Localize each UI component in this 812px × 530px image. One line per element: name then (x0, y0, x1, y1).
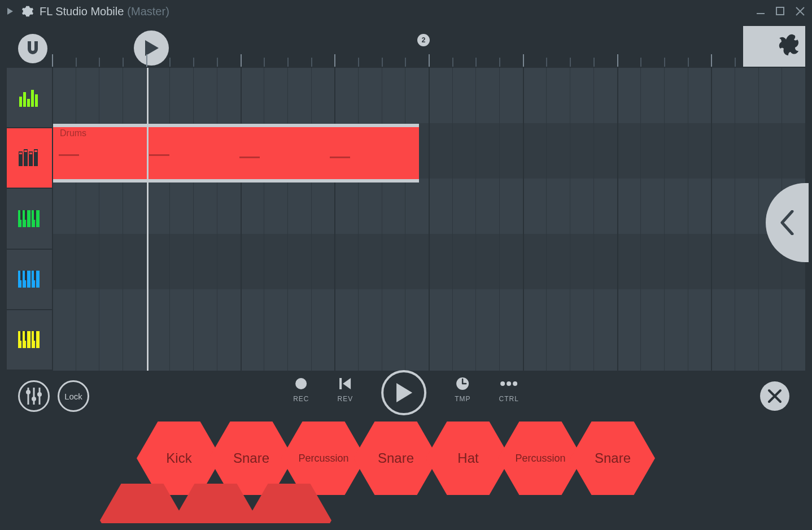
transport-center: REC REV TMP CTRL (293, 377, 519, 415)
track-header-master[interactable] (7, 68, 52, 127)
snap-button[interactable] (18, 34, 47, 63)
svg-rect-5 (23, 92, 26, 107)
svg-rect-4 (19, 97, 22, 107)
maximize-icon[interactable] (776, 7, 785, 16)
drums-clip[interactable]: Drums (53, 124, 419, 183)
keys-icon (18, 271, 41, 288)
settings-gear-icon[interactable] (21, 5, 34, 18)
svg-point-52 (513, 381, 517, 386)
svg-rect-31 (25, 271, 27, 280)
drum-pads: KickSnarePercussionSnareHatPercussionSna… (7, 422, 805, 523)
track-area: Drums (7, 67, 805, 371)
chevron-left-icon (780, 210, 794, 235)
svg-rect-29 (36, 271, 40, 288)
drum-pad-label: Kick (166, 450, 191, 466)
svg-rect-15 (29, 153, 32, 154)
svg-rect-1 (776, 7, 784, 15)
svg-rect-48 (339, 378, 342, 389)
play-icon (395, 383, 412, 402)
timeline-ruler[interactable]: 2 (7, 26, 805, 67)
keys-icon (18, 210, 41, 227)
svg-rect-24 (34, 210, 36, 220)
keys-icon (18, 331, 41, 348)
workspace: 2 (7, 26, 805, 523)
svg-rect-39 (25, 331, 27, 341)
drum-pad-label: Hat (457, 450, 478, 466)
more-icon (499, 377, 518, 390)
svg-rect-27 (27, 271, 30, 288)
svg-rect-2 (28, 41, 31, 44)
sliders-icon (25, 386, 42, 406)
track-headers (7, 68, 52, 371)
minimize-icon[interactable] (757, 7, 766, 16)
magnet-icon (24, 40, 41, 57)
svg-point-45 (32, 397, 36, 401)
ruler-ticks (52, 58, 805, 67)
record-icon (294, 377, 308, 390)
drum-pad-label: Percussion (298, 453, 348, 464)
drum-pad[interactable]: Hat (426, 422, 510, 495)
titlebar: FL Studio Mobile (Master) (0, 0, 812, 23)
playhead-line[interactable] (147, 68, 149, 371)
track-header-keys-yellow[interactable] (7, 310, 52, 370)
track-header-keys-blue[interactable] (7, 250, 52, 309)
svg-rect-30 (20, 271, 23, 280)
window-close-icon[interactable] (795, 6, 805, 16)
svg-point-51 (507, 381, 511, 386)
record-button[interactable]: REC (293, 377, 309, 403)
levels-icon (19, 89, 40, 107)
transport-bar: Lock REC REV TMP (7, 371, 805, 422)
svg-rect-6 (27, 99, 30, 107)
app-context: (Master) (127, 5, 169, 18)
clip-name: Drums (60, 128, 86, 138)
drum-machine-icon (19, 149, 40, 167)
track-header-drums[interactable] (7, 128, 52, 188)
svg-point-44 (26, 390, 30, 394)
svg-point-50 (500, 381, 505, 386)
svg-rect-32 (34, 271, 36, 280)
svg-point-46 (37, 392, 42, 397)
svg-point-47 (295, 378, 307, 389)
drum-pad-label: Snare (233, 450, 269, 466)
svg-rect-21 (36, 210, 40, 227)
lane-area[interactable]: Drums (52, 68, 805, 371)
drum-pad[interactable]: Percussion (498, 422, 583, 495)
mixer-button[interactable] (18, 380, 50, 412)
close-icon (767, 389, 782, 403)
svg-rect-8 (35, 94, 38, 107)
svg-rect-35 (27, 331, 30, 348)
play-icon (144, 40, 159, 56)
svg-rect-14 (24, 150, 27, 152)
app-title: FL Studio Mobile (40, 5, 124, 18)
svg-rect-38 (20, 331, 23, 341)
clock-icon (456, 377, 469, 390)
drum-pad-label: Snare (378, 450, 414, 466)
svg-rect-3 (34, 41, 38, 44)
drum-pad-label: Snare (595, 450, 631, 466)
svg-rect-7 (31, 90, 34, 107)
app-root: FL Studio Mobile (Master) 2 (0, 0, 812, 530)
control-button[interactable]: CTRL (499, 377, 519, 403)
drum-pad[interactable]: Snare (570, 422, 655, 495)
grid-background (52, 68, 805, 371)
svg-rect-23 (25, 210, 27, 220)
svg-rect-40 (34, 331, 36, 341)
rewind-button[interactable]: REV (337, 377, 353, 403)
rewind-icon (338, 377, 352, 390)
play-button[interactable] (381, 370, 426, 415)
lock-button[interactable]: Lock (58, 380, 89, 412)
svg-rect-22 (20, 210, 23, 220)
bar-marker[interactable]: 2 (417, 34, 430, 46)
track-header-keys-green[interactable] (7, 189, 52, 248)
drum-pad-label: Percussion (515, 453, 565, 464)
svg-rect-13 (19, 153, 22, 154)
svg-rect-16 (34, 150, 37, 152)
close-panel-button[interactable] (760, 381, 789, 411)
menu-arrow-icon[interactable] (7, 8, 14, 15)
svg-rect-0 (757, 13, 765, 14)
drum-pad[interactable]: Snare (353, 422, 438, 495)
svg-rect-19 (27, 210, 30, 227)
tempo-button[interactable]: TMP (455, 377, 470, 403)
svg-rect-37 (36, 331, 40, 348)
lock-label: Lock (64, 392, 82, 401)
